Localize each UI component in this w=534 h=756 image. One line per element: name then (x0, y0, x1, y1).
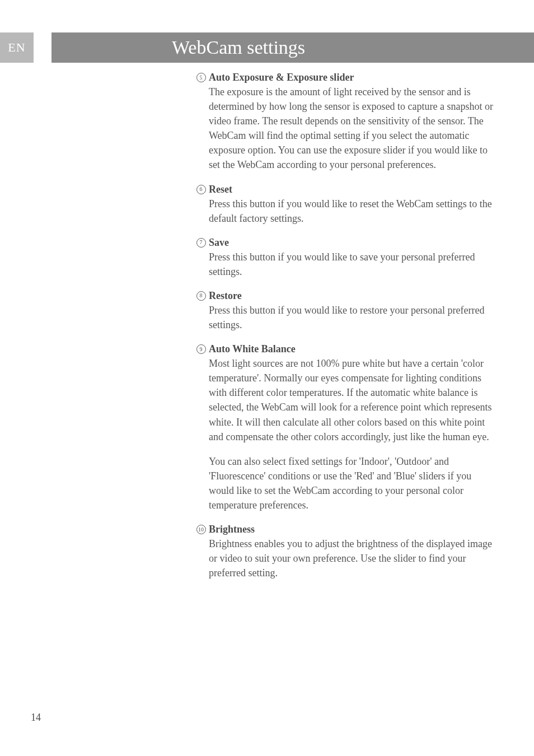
page-title: WebCam settings (51, 32, 534, 63)
setting-item-7: 7 Save Press this button if you would li… (193, 237, 495, 279)
item-title: Auto White Balance (209, 343, 495, 355)
bullet-6: 6 (193, 184, 209, 226)
header-gap (34, 32, 51, 63)
item-text: The exposure is the amount of light rece… (209, 85, 495, 172)
setting-item-10: 10 Brightness Brightness enables you to … (193, 524, 495, 580)
page-number: 14 (31, 712, 41, 724)
item-text: Most light sources are not 100% pure whi… (209, 356, 495, 512)
setting-item-6: 6 Reset Press this button if you would l… (193, 184, 495, 226)
language-tab: EN (0, 32, 34, 63)
item-title: Reset (209, 184, 495, 195)
item-text: Brightness enables you to adjust the bri… (209, 536, 495, 580)
paragraph: The exposure is the amount of light rece… (209, 85, 495, 172)
content-area: 5 Auto Exposure & Exposure slider The ex… (193, 72, 495, 591)
setting-item-5: 5 Auto Exposure & Exposure slider The ex… (193, 72, 495, 172)
bullet-5: 5 (193, 72, 209, 172)
setting-item-8: 8 Restore Press this button if you would… (193, 290, 495, 332)
item-body: Save Press this button if you would like… (209, 237, 495, 279)
item-body: Reset Press this button if you would lik… (209, 184, 495, 226)
item-title: Restore (209, 290, 495, 302)
item-body: Auto Exposure & Exposure slider The expo… (209, 72, 495, 172)
header-bar: EN WebCam settings (0, 32, 534, 63)
paragraph: Brightness enables you to adjust the bri… (209, 536, 495, 580)
bullet-number-icon: 10 (196, 525, 206, 534)
item-title: Auto Exposure & Exposure slider (209, 72, 495, 83)
paragraph: Press this button if you would like to r… (209, 303, 495, 332)
item-body: Auto White Balance Most light sources ar… (209, 343, 495, 512)
bullet-number-icon: 8 (196, 291, 206, 301)
item-body: Brightness Brightness enables you to adj… (209, 524, 495, 580)
item-text: Press this button if you would like to r… (209, 303, 495, 332)
bullet-10: 10 (193, 524, 209, 580)
paragraph: You can also select fixed settings for '… (209, 454, 495, 512)
bullet-number-icon: 9 (196, 344, 206, 354)
bullet-9: 9 (193, 343, 209, 512)
item-text: Press this button if you would like to s… (209, 250, 495, 279)
item-text: Press this button if you would like to r… (209, 197, 495, 226)
bullet-7: 7 (193, 237, 209, 279)
paragraph: Press this button if you would like to r… (209, 197, 495, 226)
item-title: Save (209, 237, 495, 249)
bullet-number-icon: 7 (196, 238, 206, 248)
bullet-number-icon: 5 (196, 73, 206, 82)
setting-item-9: 9 Auto White Balance Most light sources … (193, 343, 495, 512)
bullet-8: 8 (193, 290, 209, 332)
item-title: Brightness (209, 524, 495, 535)
paragraph: Most light sources are not 100% pure whi… (209, 356, 495, 444)
item-body: Restore Press this button if you would l… (209, 290, 495, 332)
bullet-number-icon: 6 (196, 185, 206, 194)
paragraph: Press this button if you would like to s… (209, 250, 495, 279)
